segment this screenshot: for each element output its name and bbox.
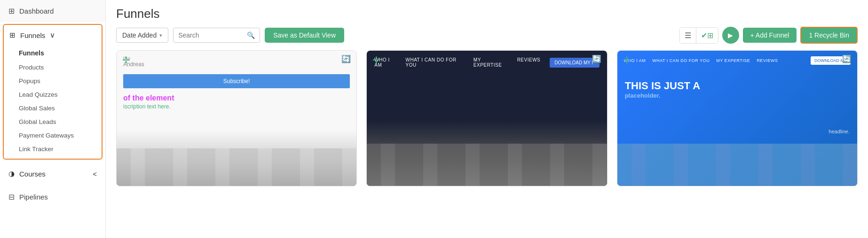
- funnels-arrow: ∨: [50, 31, 55, 39]
- sidebar: ⊞ Dashboard ⊞ Funnels ∨ Funnels Products…: [0, 0, 106, 238]
- sidebar-item-funnels[interactable]: ⊞ Funnels ∨: [4, 25, 102, 46]
- date-filter-label: Date Added: [122, 31, 157, 39]
- card1-desc: iscription text here.: [117, 103, 356, 110]
- card3-refresh-icon[interactable]: 🔄: [842, 54, 852, 63]
- sidebar-item-link-tracker[interactable]: Link Tracker: [4, 142, 102, 156]
- card2-bottom: [367, 120, 607, 186]
- card3-nav-links: WHO I AM WHAT I CAN DO FOR YOU MY EXPERT…: [624, 58, 778, 63]
- courses-icon: ◑: [8, 169, 15, 178]
- sidebar-item-products[interactable]: Products: [4, 61, 102, 74]
- view-toggle-group: ☰ ✔⊞: [679, 27, 718, 44]
- sidebar-item-payment-gateways[interactable]: Payment Gateways: [4, 129, 102, 142]
- card3-nav-expertise: MY EXPERTISE: [716, 58, 750, 63]
- card1-drag-icon[interactable]: ✛: [122, 54, 130, 66]
- card3-heading: THIS IS JUST A: [625, 80, 850, 92]
- sidebar-item-lead-quizzes[interactable]: Lead Quizzes: [4, 88, 102, 101]
- card1-blur: [117, 148, 356, 186]
- card2-nav-reviews: REVIEWS: [517, 57, 541, 68]
- card2-nav: WHO I AM WHAT I CAN DO FOR YOU MY EXPERT…: [367, 51, 607, 74]
- card1-subscribe-bar: Subscribe!: [123, 74, 350, 88]
- sidebar-section-funnels: ⊞ Funnels ∨ Funnels Products Popups Lead…: [3, 24, 103, 160]
- funnel-card-3[interactable]: ✛ 🔄 WHO I AM WHAT I CAN DO FOR YOU MY EX…: [617, 50, 858, 186]
- sidebar-item-funnels-funnels[interactable]: Funnels: [4, 46, 102, 61]
- card1-bottom: [117, 130, 356, 186]
- filter-arrow-icon: ▾: [159, 32, 162, 38]
- sidebar-item-global-leads[interactable]: Global Leads: [4, 115, 102, 129]
- date-filter-dropdown[interactable]: Date Added ▾: [116, 28, 168, 43]
- search-wrap: 🔍: [173, 28, 260, 43]
- card1-top: the Andreas: [117, 51, 356, 72]
- card-preview-1: the Andreas ✛ 🔄 Subscribe! of the elemen…: [117, 51, 356, 186]
- grid-view-button[interactable]: ✔⊞: [696, 28, 718, 43]
- card3-blur: [617, 144, 857, 186]
- card2-drag-icon[interactable]: ✛: [372, 54, 380, 66]
- sidebar-item-courses[interactable]: ◑ Courses <: [3, 163, 103, 184]
- list-view-button[interactable]: ☰: [680, 28, 696, 43]
- card3-drag-icon[interactable]: ✛: [623, 54, 631, 66]
- toolbar-row: Date Added ▾ 🔍 Save as Default View ☰ ✔⊞…: [106, 27, 868, 50]
- card2-nav-expertise: MY EXPERTISE: [473, 57, 509, 68]
- play-button[interactable]: ▶: [722, 27, 739, 44]
- card3-nav-reviews: REVIEWS: [757, 58, 778, 63]
- funnels-sub-items: Funnels Products Popups Lead Quizzes Glo…: [4, 46, 102, 159]
- main-content: Funnels Date Added ▾ 🔍 Save as Default V…: [106, 0, 868, 238]
- search-icon[interactable]: 🔍: [247, 31, 255, 39]
- card1-heading: of the element: [117, 90, 356, 103]
- pipelines-icon: ⊟: [8, 192, 15, 201]
- card2-refresh-icon[interactable]: 🔄: [592, 54, 601, 63]
- search-input[interactable]: [178, 28, 244, 42]
- card3-nav: WHO I AM WHAT I CAN DO FOR YOU MY EXPERT…: [617, 51, 857, 70]
- card3-bottom: [617, 125, 857, 186]
- card2-blur: [367, 144, 607, 186]
- card3-sub: placeholder.: [625, 92, 850, 99]
- sidebar-funnels-label: Funnels: [20, 31, 45, 39]
- card-preview-2: ✛ 🔄 WHO I AM WHAT I CAN DO FOR YOU MY EX…: [367, 51, 607, 186]
- funnel-card-2[interactable]: ✛ 🔄 WHO I AM WHAT I CAN DO FOR YOU MY EX…: [366, 50, 607, 186]
- courses-arrow: <: [93, 170, 97, 178]
- card2-nav-what: WHAT I CAN DO FOR YOU: [406, 57, 465, 68]
- sidebar-item-dashboard-label: Dashboard: [19, 7, 54, 15]
- sidebar-pipelines-label: Pipelines: [19, 193, 48, 201]
- recycle-bin-button[interactable]: 1 Recycle Bin: [800, 27, 858, 44]
- card3-content: THIS IS JUST A placeholder.: [617, 70, 857, 108]
- funnel-cards-grid: the Andreas ✛ 🔄 Subscribe! of the elemen…: [106, 50, 868, 238]
- card1-refresh-icon[interactable]: 🔄: [341, 54, 351, 63]
- sidebar-item-global-sales[interactable]: Global Sales: [4, 101, 102, 115]
- sidebar-courses-label: Courses: [19, 170, 46, 178]
- sidebar-item-popups[interactable]: Popups: [4, 74, 102, 88]
- funnel-card-1[interactable]: the Andreas ✛ 🔄 Subscribe! of the elemen…: [116, 50, 357, 186]
- card2-nav-links: WHO I AM WHAT I CAN DO FOR YOU MY EXPERT…: [374, 57, 540, 68]
- sidebar-section-courses: ◑ Courses <: [3, 163, 103, 184]
- card3-nav-what: WHAT I CAN DO FOR YOU: [652, 58, 710, 63]
- dashboard-icon: ⊞: [8, 7, 15, 15]
- add-funnel-button[interactable]: + Add Funnel: [743, 28, 797, 43]
- sidebar-item-pipelines[interactable]: ⊟ Pipelines: [0, 186, 105, 208]
- card-preview-3: ✛ 🔄 WHO I AM WHAT I CAN DO FOR YOU MY EX…: [617, 51, 857, 186]
- toolbar-right: ☰ ✔⊞ ▶ + Add Funnel 1 Recycle Bin: [679, 27, 858, 44]
- save-default-view-button[interactable]: Save as Default View: [265, 28, 344, 43]
- page-title: Funnels: [106, 0, 868, 21]
- sidebar-item-dashboard[interactable]: ⊞ Dashboard: [0, 0, 105, 22]
- funnels-icon: ⊞: [9, 31, 16, 39]
